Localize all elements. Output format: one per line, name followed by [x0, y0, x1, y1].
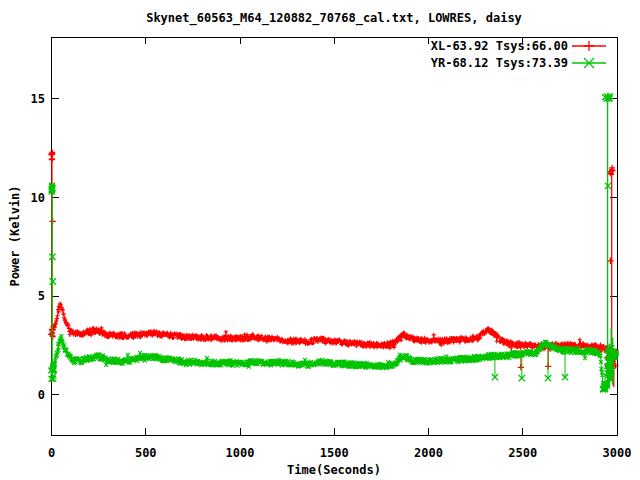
y-axis-label: Power (Kelvin)	[8, 185, 22, 286]
x-tick-label: 2500	[508, 446, 537, 460]
chart-window: Skynet_60563_M64_120882_70768_cal.txt, L…	[0, 0, 640, 480]
x-tick-label: 0	[48, 446, 55, 460]
legend-label-yr: YR-68.12 Tsys:73.39	[431, 56, 568, 70]
x-tick-label: 500	[135, 446, 157, 460]
legend-marker-xl	[584, 41, 594, 51]
plot-canvas: 050010001500200025003000051015XL-63.92 T…	[0, 0, 640, 480]
y-tick-label: 5	[38, 289, 45, 303]
chart-title: Skynet_60563_M64_120882_70768_cal.txt, L…	[146, 11, 522, 25]
plot-border	[52, 37, 618, 435]
x-tick-label: 2000	[414, 446, 443, 460]
x-tick-label: 1000	[226, 446, 255, 460]
legend-label-xl: XL-63.92 Tsys:66.00	[431, 39, 568, 53]
y-tick-label: 10	[31, 191, 45, 205]
x-tick-label: 3000	[603, 446, 632, 460]
y-tick-label: 0	[38, 388, 45, 402]
x-axis-label: Time(Seconds)	[287, 463, 381, 477]
series-outliers-xl	[49, 218, 613, 370]
x-tick-label: 1500	[320, 446, 349, 460]
y-tick-label: 15	[31, 92, 45, 106]
axis-ticks	[52, 37, 618, 435]
